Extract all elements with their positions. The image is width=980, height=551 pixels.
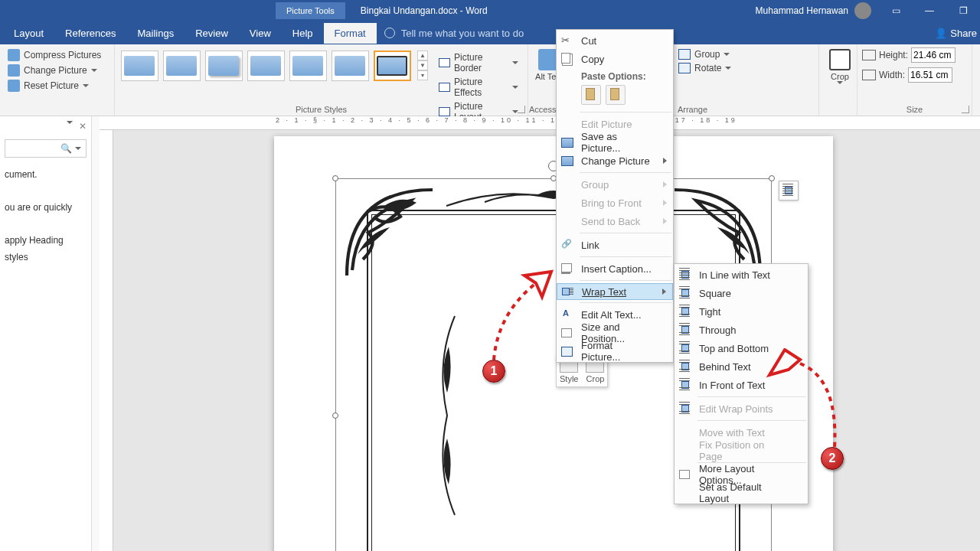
size-dialog-launcher[interactable] bbox=[962, 106, 969, 113]
menu-wrap-text[interactable]: Wrap Text bbox=[557, 283, 673, 300]
nav-search-input[interactable]: 🔍 bbox=[5, 139, 87, 158]
share-button[interactable]: 👤 Share bbox=[935, 28, 977, 39]
wrap-fix-position: Fix Position on Page bbox=[675, 442, 808, 460]
gallery-up-button[interactable]: ▲ bbox=[417, 51, 428, 60]
group-label: Group bbox=[694, 49, 720, 60]
crop-button[interactable]: Crop bbox=[824, 47, 856, 86]
wrap-square-icon bbox=[679, 287, 691, 299]
layout-options-icon bbox=[782, 184, 795, 197]
width-label: Width: bbox=[879, 70, 905, 80]
group-icon bbox=[561, 178, 573, 191]
gallery-down-button[interactable]: ▼ bbox=[417, 60, 428, 70]
style-thumb[interactable] bbox=[247, 51, 285, 81]
menu-link[interactable]: Link bbox=[557, 236, 673, 254]
gallery-more-button[interactable]: ▾ bbox=[417, 70, 428, 80]
height-label: Height: bbox=[879, 50, 908, 60]
compress-pictures-button[interactable]: Compress Pictures bbox=[5, 47, 109, 63]
effects-icon bbox=[439, 83, 450, 92]
menu-format-picture[interactable]: Format Picture... bbox=[557, 342, 673, 360]
wrap-behind-icon bbox=[679, 360, 691, 373]
tell-me-search[interactable]: Tell me what you want to do bbox=[384, 28, 524, 39]
bring-front-icon bbox=[561, 197, 573, 209]
size-label: Size bbox=[858, 105, 972, 114]
lightbulb-icon bbox=[384, 28, 395, 38]
picture-effects-button[interactable]: Picture Effects bbox=[436, 75, 521, 99]
minimize-button[interactable]: — bbox=[913, 0, 946, 21]
styles-dialog-launcher[interactable] bbox=[518, 106, 525, 113]
user-account[interactable]: Muhammad Hernawan bbox=[756, 2, 871, 19]
save-picture-icon bbox=[561, 136, 573, 148]
wrap-set-default[interactable]: Set as Default Layout bbox=[675, 484, 808, 502]
group-button[interactable]: Group bbox=[675, 47, 734, 61]
border-label: Picture Border bbox=[454, 52, 508, 73]
link-icon bbox=[561, 239, 573, 251]
tab-mailings[interactable]: Mailings bbox=[127, 23, 185, 44]
tab-layout[interactable]: Layout bbox=[3, 23, 54, 44]
picture-border-button[interactable]: Picture Border bbox=[436, 51, 521, 75]
menu-cut[interactable]: Cut bbox=[557, 31, 673, 50]
nav-dropdown-icon[interactable] bbox=[67, 121, 73, 124]
style-thumb[interactable] bbox=[121, 51, 158, 81]
share-icon: 👤 bbox=[935, 28, 947, 39]
nav-close-icon[interactable]: ✕ bbox=[79, 121, 87, 132]
wrap-tight[interactable]: Tight bbox=[675, 302, 808, 321]
vertical-ruler[interactable] bbox=[100, 130, 113, 551]
tab-review[interactable]: Review bbox=[185, 23, 239, 44]
style-thumb[interactable] bbox=[289, 51, 327, 81]
height-input[interactable] bbox=[911, 47, 956, 63]
paste-option-keep[interactable] bbox=[581, 85, 601, 105]
change-picture-button[interactable]: Change Picture bbox=[5, 63, 109, 78]
context-menu: Cut Copy Paste Options: Edit Picture Sav… bbox=[556, 29, 674, 363]
more-layout-icon bbox=[679, 468, 691, 481]
restore-button[interactable]: ❐ bbox=[946, 0, 980, 21]
wrap-tight-icon bbox=[679, 305, 691, 318]
picture-styles-gallery[interactable]: ▲ ▼ ▾ Picture Border Picture Effects Pic… bbox=[119, 47, 523, 127]
wrap-behind-text[interactable]: Behind Text bbox=[675, 357, 808, 376]
wrap-inline[interactable]: In Line with Text bbox=[675, 266, 808, 284]
horizontal-ruler[interactable]: 2 · 1 · § · 1 · 2 · 3 · 4 · 5 · 6 · 7 · … bbox=[100, 116, 980, 130]
ribbon-display-button[interactable]: ▭ bbox=[879, 0, 913, 21]
width-input[interactable] bbox=[908, 67, 952, 83]
menu-insert-caption[interactable]: Insert Caption... bbox=[557, 259, 673, 278]
menu-copy[interactable]: Copy bbox=[557, 50, 673, 68]
wrap-front-icon bbox=[679, 379, 691, 391]
document-title: Bingkai Undangan.docx - Word bbox=[361, 5, 488, 16]
resize-handle[interactable] bbox=[332, 412, 338, 419]
tab-references[interactable]: References bbox=[54, 23, 126, 44]
page-area[interactable] bbox=[113, 130, 980, 551]
height-icon bbox=[862, 50, 876, 60]
tab-help[interactable]: Help bbox=[282, 23, 324, 44]
style-thumb[interactable] bbox=[163, 51, 201, 81]
size-icon bbox=[561, 327, 573, 339]
wrap-top-bottom[interactable]: Top and Bottom bbox=[675, 339, 808, 357]
wrap-square[interactable]: Square bbox=[675, 284, 808, 302]
picture-tools-tab: Picture Tools bbox=[276, 2, 345, 19]
compress-icon bbox=[8, 49, 20, 61]
rotate-button[interactable]: Rotate bbox=[675, 61, 734, 75]
reset-picture-button[interactable]: Reset Picture bbox=[5, 78, 109, 93]
user-name: Muhammad Hernawan bbox=[756, 5, 848, 16]
tab-view[interactable]: View bbox=[239, 23, 282, 44]
style-thumb[interactable] bbox=[332, 51, 369, 81]
navigation-pane[interactable]: ✕ 🔍 cument. ou are or quickly apply Head… bbox=[0, 116, 92, 551]
style-thumb[interactable] bbox=[205, 51, 243, 81]
layout-options-button[interactable] bbox=[779, 181, 799, 201]
paste-option-picture[interactable] bbox=[606, 85, 626, 105]
ribbon: Compress Pictures Change Picture Reset P… bbox=[0, 44, 980, 116]
menu-change-picture[interactable]: Change Picture bbox=[557, 152, 673, 170]
tab-format[interactable]: Format bbox=[324, 23, 377, 44]
crop-icon bbox=[829, 49, 851, 70]
style-thumb-selected[interactable] bbox=[374, 51, 411, 81]
wrap-through-icon bbox=[679, 324, 691, 336]
menu-save-as-picture[interactable]: Save as Picture... bbox=[557, 133, 673, 152]
nav-text: cument. ou are or quickly apply Heading … bbox=[5, 167, 87, 266]
menu-bring-to-front: Bring to Front bbox=[557, 194, 673, 212]
copy-icon bbox=[561, 53, 573, 65]
group-icon bbox=[678, 49, 691, 60]
wrap-through[interactable]: Through bbox=[675, 321, 808, 339]
wrap-in-front[interactable]: In Front of Text bbox=[675, 376, 808, 394]
width-icon bbox=[862, 70, 876, 80]
compress-label: Compress Pictures bbox=[24, 50, 101, 60]
change-picture-icon bbox=[561, 155, 573, 167]
wrap-text-icon bbox=[562, 285, 574, 298]
